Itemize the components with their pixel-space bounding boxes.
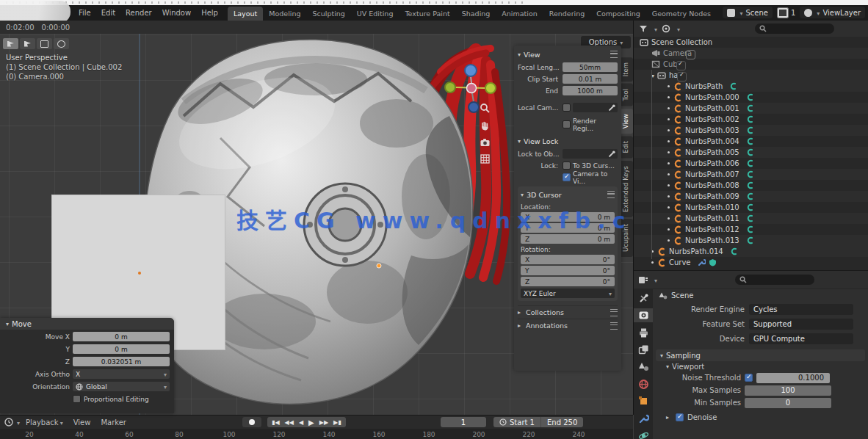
nurbspath-row[interactable]: NurbsPath.011 [634,213,868,224]
hair-collection-row[interactable]: hair [634,70,868,81]
panel-menu-icon[interactable] [610,309,618,316]
local-camera-field[interactable] [573,103,618,112]
cursor-3d-header[interactable]: 3D Cursor [521,188,615,201]
move-tool-button[interactable] [54,38,69,49]
jump-to-end-button[interactable]: ▶▮ [333,419,341,426]
workspace-tab[interactable]: Modeling [263,7,306,21]
perspective-toggle-button[interactable] [478,152,491,165]
properties-editor-icon[interactable] [638,275,648,285]
n-panel-tab[interactable]: Extended Keys [621,161,633,217]
nurbspath-row[interactable]: NurbsPath.008 [634,180,868,191]
annotations-panel[interactable]: Annotations [518,319,618,332]
n-panel-tab[interactable]: Item [621,57,633,81]
scene-selector[interactable]: Scene [723,7,773,18]
nurbspath-extra-row[interactable]: NurbsPath.014 [634,246,868,257]
breadcrumb-scene[interactable]: Scene [671,291,694,300]
move-x-field[interactable]: 0 m [73,332,170,341]
nurbspath-row[interactable]: NurbsPath.013 [634,235,868,246]
tab-modifiers[interactable] [634,412,653,425]
tab-output[interactable] [634,326,653,339]
start-frame-field[interactable]: Start 1 [493,417,540,427]
clip-start-field[interactable]: 0.01 m [563,74,618,84]
camera-to-view-checkbox[interactable] [563,173,571,181]
expand-arrow[interactable] [651,71,657,79]
eyedropper-icon[interactable] [608,104,615,112]
properties-search-input[interactable] [735,275,814,285]
marker-menu[interactable]: Marker [96,417,131,428]
display-mode-icon[interactable] [662,24,671,33]
tab-object[interactable] [634,395,653,408]
screen-layout-button[interactable]: 1 [777,7,795,18]
cursor-rotation-field[interactable]: X 0° [521,255,615,264]
menu-item[interactable]: Window [157,7,196,19]
view-section-header[interactable]: View [518,48,618,61]
tab-tool[interactable] [634,291,653,305]
menu-item[interactable]: Edit [96,7,120,19]
min-samples-field[interactable]: 0 [745,398,831,408]
n-panel-tab[interactable]: View [621,109,633,134]
tab-world[interactable] [634,377,653,391]
nurbspath-row[interactable]: NurbsPath.000 [634,92,868,103]
nurbspath-row[interactable]: NurbsPath.004 [634,136,868,147]
cursor-location-field[interactable]: X 0 m [521,212,615,222]
workspace-tab[interactable]: Animation [496,7,543,21]
feature-set-dropdown[interactable]: Supported [749,319,853,330]
clip-end-field[interactable]: 1000 m [563,86,618,95]
filter-dropdown-arrow[interactable] [653,25,657,33]
workspace-tab[interactable]: Shading [456,7,496,21]
editor-type-arrow[interactable] [15,418,20,427]
nurbspath-row[interactable]: NurbsPath [634,81,868,92]
filter-icon[interactable] [638,24,648,33]
workspace-tab[interactable]: Texture Paint [399,7,455,21]
device-dropdown[interactable]: GPU Compute [749,333,853,344]
workspace-tab[interactable]: Compositing [590,7,646,21]
cursor-rotation-field[interactable]: Z 0° [521,277,615,286]
tab-view-layer[interactable] [634,343,653,356]
move-z-field[interactable]: 0.032051 m [73,357,170,366]
nurbspath-row[interactable]: NurbsPath.007 [634,169,868,180]
viewlayer-selector[interactable]: ViewLayer [800,7,865,18]
nurbspath-row[interactable]: NurbsPath.006 [634,158,868,169]
display-mode-arrow[interactable] [676,25,680,33]
render-engine-dropdown[interactable]: Cycles [749,304,853,315]
playback-menu[interactable]: Playback [21,417,68,428]
nurbspath-row[interactable]: NurbsPath.010 [634,202,868,213]
cube-row[interactable]: Cube [634,59,868,70]
render-region-checkbox[interactable] [563,120,571,128]
max-samples-field[interactable]: 100 [745,385,831,396]
workspace-tab[interactable]: UV Editing [351,7,399,21]
editor-type-arrow[interactable] [653,276,657,284]
tab-physics[interactable] [634,429,653,439]
menu-item[interactable]: Help [196,7,223,19]
noise-threshold-checkbox[interactable] [745,374,753,382]
camera-view-button[interactable] [478,136,491,149]
nurbspath-row[interactable]: NurbsPath.005 [634,147,868,158]
nurbspath-row[interactable]: NurbsPath.002 [634,114,868,125]
workspace-tab[interactable]: Sculpting [306,7,350,21]
auto-keying-button[interactable] [242,417,261,427]
nurbspath-row[interactable]: NurbsPath.009 [634,191,868,202]
cursor-location-field[interactable]: Z 0 m [521,234,615,244]
panel-menu-icon[interactable] [610,322,618,330]
workspace-tab[interactable]: Rendering [543,7,591,21]
orientation-dropdown[interactable]: Global [73,382,170,391]
next-keyframe-button[interactable]: ▶▶ [319,419,328,426]
focal-length-field[interactable]: 50mm [563,62,618,72]
nurbspath-row[interactable]: NurbsPath.003 [634,125,868,136]
play-button[interactable]: ▶ [308,418,314,427]
move-panel-header[interactable]: Move [0,318,174,330]
workspace-tab[interactable]: Layout [228,7,263,21]
n-panel-tab[interactable]: Ucupaint [621,219,633,257]
curve-row[interactable]: Curve [634,257,868,268]
denoise-checkbox[interactable] [676,413,684,421]
euler-dropdown[interactable]: XYZ Euler [521,289,615,298]
local-camera-checkbox[interactable] [563,104,571,112]
outliner-search-input[interactable] [755,23,834,34]
clock-icon[interactable] [4,418,14,427]
nurbspath-row[interactable]: NurbsPath.012 [634,224,868,235]
axis-ortho-dropdown[interactable]: X [73,369,170,379]
tab-scene[interactable] [634,360,653,374]
collections-panel[interactable]: Collections [518,305,618,319]
to-3d-cursor-checkbox[interactable] [563,162,571,170]
prev-keyframe-button[interactable]: ◀◀ [285,419,294,426]
